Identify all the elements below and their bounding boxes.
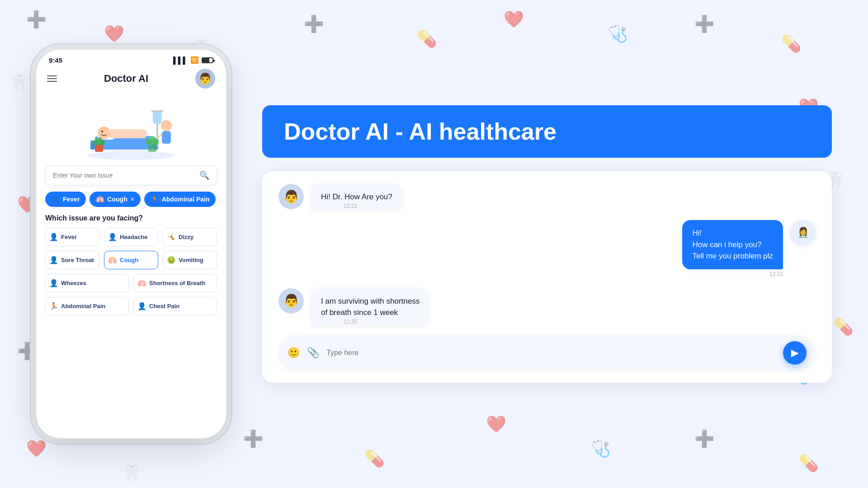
chat-bubble-3-wrapper: I am surviving with shortnessof breath s… [311, 288, 429, 325]
vomiting-icon: 🤢 [167, 256, 176, 264]
user-avatar-icon-1: 👨 [283, 189, 299, 204]
chat-time-2: 12:23 [682, 271, 783, 277]
tag-fever[interactable]: 👤 Fever [45, 192, 86, 207]
title-banner: Doctor AI - AI healthcare [262, 105, 832, 158]
user-chat-avatar-3: 👨 [278, 288, 304, 314]
tag-abdominal-label: Abdominal Pain [162, 196, 210, 203]
symptom-dizzy[interactable]: 🤸 Dizzy [163, 228, 217, 246]
svg-rect-5 [108, 129, 147, 138]
fever-icon: 👤 [49, 233, 58, 241]
hamburger-menu[interactable] [47, 75, 57, 82]
status-icons: ▌▌▌ 🛜 [173, 56, 213, 64]
svg-point-6 [98, 127, 110, 139]
symptom-grid-row3: 👤 Wheezes 🫁 Shortness of Breath [36, 269, 226, 292]
shortness-label: Shortness of Breath [149, 280, 205, 286]
phone-mockup: 9:45 ▌▌▌ 🛜 Doctor AI 👨 [36, 50, 226, 438]
symptom-abdominal-pain[interactable]: 🏃 Abdominal Pain [45, 297, 129, 315]
search-icon: 🔍 [199, 170, 209, 180]
tag-abdominal-icon: 🏃 [151, 195, 159, 203]
tag-cough-remove[interactable]: ✕ [130, 197, 134, 202]
svg-point-12 [161, 120, 172, 131]
user-avatar[interactable]: 👨 [195, 69, 215, 89]
symptom-grid-row4: 🏃 Abdominal Pain 👤 Chest Pain [36, 292, 226, 315]
avatar-face-icon: 👨 [198, 72, 212, 85]
tag-cough[interactable]: 🫁 Cough ✕ [90, 192, 140, 207]
symptom-fever[interactable]: 👤 Fever [45, 228, 99, 246]
symptom-sore-throat[interactable]: 👤 Sore Throat [45, 251, 99, 269]
tag-cough-icon: 🫁 [96, 195, 104, 203]
wheezes-icon: 👤 [49, 279, 58, 287]
symptom-shortness-of-breath[interactable]: 🫁 Shortness of Breath [133, 274, 217, 292]
phone-nav: Doctor AI 👨 [36, 64, 226, 93]
app-title: Doctor AI [104, 73, 148, 84]
sore-throat-label: Sore Throat [61, 257, 94, 263]
phone-container: 9:45 ▌▌▌ 🛜 Doctor AI 👨 [36, 50, 226, 438]
search-input[interactable] [53, 172, 199, 179]
chat-message-3: 👨 I am surviving with shortnessof breath… [278, 288, 816, 325]
doctor-chat-avatar: 👩‍⚕️ [790, 220, 816, 245]
svg-point-21 [146, 139, 152, 145]
user-avatar-icon-3: 👨 [283, 293, 299, 308]
chat-area: 👨 Hi! Dr. How Are you? 12:21 👩‍⚕️ Hi!How… [262, 171, 832, 383]
chat-text-3: I am surviving with shortnessof breath s… [321, 296, 420, 319]
chat-text-2: Hi!How can i help you?Tell me you proble… [692, 227, 773, 262]
chat-message-1: 👨 Hi! Dr. How Are you? 12:21 [278, 184, 816, 209]
svg-rect-10 [153, 111, 162, 124]
fever-label: Fever [61, 234, 77, 240]
symptom-grid-row2: 👤 Sore Throat 🫁 Cough 🤢 Vomiting [36, 246, 226, 269]
send-icon: ▶ [791, 347, 799, 359]
svg-rect-13 [162, 131, 171, 144]
status-bar: 9:45 ▌▌▌ 🛜 [36, 50, 226, 64]
right-panel: Doctor AI - AI healthcare 👨 Hi! Dr. How … [262, 18, 832, 470]
chat-bubble-2-wrapper: Hi!How can i help you?Tell me you proble… [682, 220, 783, 277]
tag-cough-label: Cough [107, 196, 127, 203]
svg-point-17 [93, 140, 99, 145]
user-chat-avatar-1: 👨 [278, 184, 304, 209]
battery-icon [202, 57, 213, 63]
svg-point-7 [101, 131, 103, 132]
svg-point-0 [88, 151, 174, 160]
dizzy-icon: 🤸 [167, 233, 176, 241]
chat-time-1: 12:21 [344, 203, 402, 209]
symptom-wheezes[interactable]: 👤 Wheezes [45, 274, 129, 292]
chat-message-2: 👩‍⚕️ Hi!How can i help you?Tell me you p… [278, 220, 816, 277]
banner-title: Doctor AI - AI healthcare [284, 118, 810, 145]
abdominal-icon: 🏃 [49, 302, 58, 310]
cough-icon: 🫁 [108, 256, 117, 264]
tag-abdominal[interactable]: 🏃 Abdominal Pain [144, 192, 216, 207]
shortness-icon: 🫁 [137, 279, 146, 287]
chat-input-row[interactable]: 🙂 📎 ▶ [278, 336, 816, 370]
headache-label: Headache [120, 234, 147, 240]
selected-tags-row: 👤 Fever 🫁 Cough ✕ 🏃 Abdominal Pain [36, 192, 226, 214]
chat-input[interactable] [326, 349, 776, 357]
symptom-headache[interactable]: 👤 Headache [104, 228, 158, 246]
emoji-icon[interactable]: 🙂 [288, 347, 300, 359]
hero-illustration-area [36, 93, 226, 165]
symptom-cough[interactable]: 🫁 Cough [104, 251, 158, 269]
signal-icon: ▌▌▌ [173, 56, 188, 64]
wifi-icon: 🛜 [190, 56, 199, 64]
status-time: 9:45 [49, 56, 62, 64]
chest-icon: 👤 [137, 302, 146, 310]
wheezes-label: Wheezes [61, 280, 86, 286]
tag-fever-icon: 👤 [52, 195, 60, 203]
dizzy-label: Dizzy [179, 234, 193, 240]
symptom-vomiting[interactable]: 🤢 Vomiting [163, 251, 217, 269]
cough-label: Cough [120, 257, 138, 263]
doctor-avatar-icon: 👩‍⚕️ [797, 227, 809, 239]
search-bar[interactable]: 🔍 [45, 165, 217, 185]
tag-fever-label: Fever [63, 196, 80, 203]
chat-time-3: 12:25 [344, 319, 429, 325]
chest-label: Chest Pain [149, 303, 179, 310]
section-title: Which issue are you facing? [36, 214, 226, 228]
symptom-chest-pain[interactable]: 👤 Chest Pain [133, 297, 217, 315]
page-wrapper: 9:45 ▌▌▌ 🛜 Doctor AI 👨 [0, 0, 868, 488]
svg-point-18 [99, 140, 105, 145]
sore-throat-icon: 👤 [49, 256, 58, 264]
hero-svg [81, 98, 181, 161]
symptom-grid-row1: 👤 Fever 👤 Headache 🤸 Dizzy [36, 228, 226, 246]
chat-bubble-2: Hi!How can i help you?Tell me you proble… [682, 220, 783, 269]
attachment-icon[interactable]: 📎 [307, 347, 319, 359]
chat-bubble-1-wrapper: Hi! Dr. How Are you? 12:21 [311, 184, 402, 209]
send-button[interactable]: ▶ [783, 341, 807, 365]
